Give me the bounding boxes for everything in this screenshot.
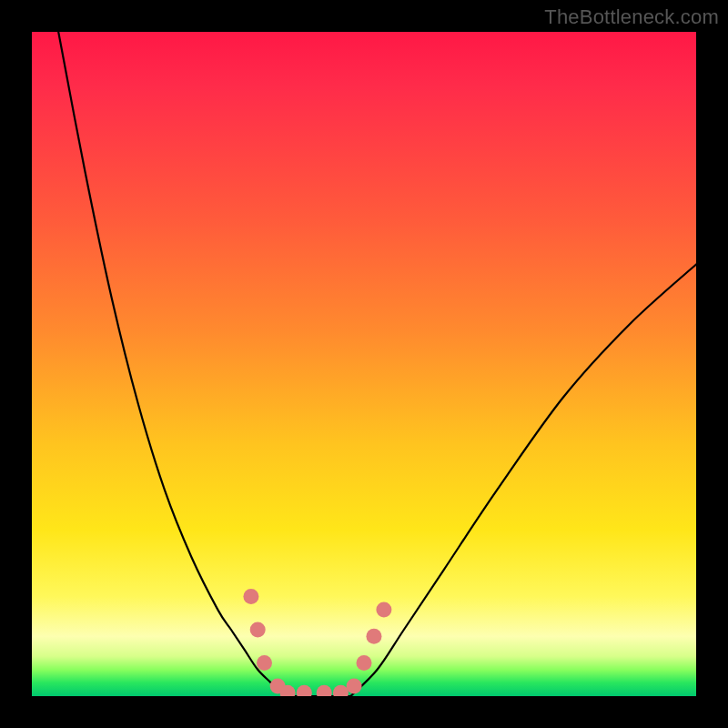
valley-marker (243, 589, 258, 604)
right-curve-path (350, 265, 696, 697)
valley-marker (297, 685, 312, 696)
valley-marker (257, 655, 272, 671)
valley-marker (333, 685, 349, 696)
chart-plot-area (32, 32, 696, 696)
valley-marker (317, 685, 332, 696)
chart-svg (32, 32, 696, 696)
watermark-text: TheBottleneck.com (544, 5, 719, 29)
valley-marker (376, 602, 391, 618)
valley-marker (347, 679, 362, 694)
valley-marker (250, 622, 266, 638)
valley-marker (366, 629, 381, 644)
valley-marker (357, 655, 372, 671)
curve-group (58, 32, 696, 696)
valley-markers-group (243, 589, 391, 696)
